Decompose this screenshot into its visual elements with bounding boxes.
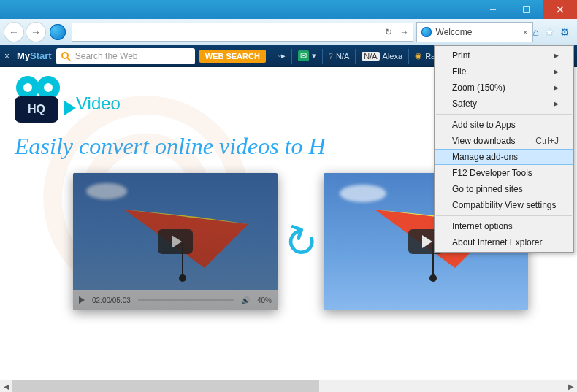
search-icon bbox=[61, 51, 71, 61]
menu-internet-options[interactable]: Internet options bbox=[435, 218, 573, 234]
tab-close-icon[interactable]: × bbox=[523, 28, 527, 36]
menu-about-ie[interactable]: About Internet Explorer bbox=[435, 234, 573, 250]
submenu-arrow-icon: ▶ bbox=[554, 84, 559, 91]
submenu-arrow-icon: ▶ bbox=[554, 52, 559, 59]
svg-point-11 bbox=[179, 274, 186, 282]
seek-bar[interactable] bbox=[138, 299, 234, 301]
svg-line-5 bbox=[67, 58, 70, 61]
close-button[interactable] bbox=[543, 0, 577, 19]
maximize-button[interactable] bbox=[510, 0, 543, 19]
submenu-arrow-icon: ▶ bbox=[554, 100, 559, 107]
minimize-button[interactable] bbox=[476, 0, 510, 19]
home-icon[interactable]: ⌂ bbox=[533, 26, 539, 38]
menu-view-downloads[interactable]: View downloadsCtrl+J bbox=[435, 133, 573, 149]
svg-marker-9 bbox=[124, 210, 248, 224]
shortcut-label: Ctrl+J bbox=[535, 136, 559, 146]
toolbar-close-icon[interactable]: × bbox=[4, 51, 9, 61]
forward-icon: → bbox=[31, 26, 41, 38]
menu-file[interactable]: File▶ bbox=[435, 64, 573, 80]
svg-point-15 bbox=[429, 274, 437, 282]
scroll-left-button[interactable]: ◀ bbox=[0, 380, 12, 393]
tools-gear-icon[interactable]: ⚙ bbox=[560, 26, 570, 38]
menu-compat-view[interactable]: Compatibility View settings bbox=[435, 197, 573, 213]
menu-print[interactable]: Print▶ bbox=[435, 47, 573, 64]
toolbar-separator bbox=[408, 49, 409, 64]
play-icon[interactable] bbox=[158, 229, 193, 254]
svg-rect-1 bbox=[524, 7, 530, 12]
back-button[interactable]: ← bbox=[4, 23, 23, 42]
submenu-arrow-icon: ▶ bbox=[554, 68, 559, 75]
address-bar[interactable]: ↻ → bbox=[72, 23, 413, 42]
scroll-thumb[interactable] bbox=[12, 380, 319, 393]
toolbar-mail-item[interactable]: ✉▾ bbox=[298, 50, 316, 61]
menu-pinned-sites[interactable]: Go to pinned sites bbox=[435, 181, 573, 197]
search-placeholder: Search the Web bbox=[75, 51, 138, 61]
menu-zoom[interactable]: Zoom (150%)▶ bbox=[435, 80, 573, 96]
favorites-icon[interactable]: ★ bbox=[545, 26, 554, 38]
menu-separator bbox=[436, 114, 572, 115]
video-controls[interactable]: 02:00/05:03 🔊 40% bbox=[73, 290, 278, 310]
browser-tab[interactable]: Welcome × bbox=[416, 22, 533, 42]
toolbar-na-1[interactable]: ?N/A bbox=[329, 52, 349, 61]
radio-icon: ◉ bbox=[415, 51, 422, 61]
refresh-icon[interactable]: ↻ bbox=[381, 27, 397, 37]
menu-add-site[interactable]: Add site to Apps bbox=[435, 117, 573, 133]
toolbar-separator bbox=[272, 49, 272, 64]
toolbar-separator bbox=[291, 49, 292, 64]
menu-f12-tools[interactable]: F12 Developer Tools bbox=[435, 165, 573, 181]
horizontal-scrollbar[interactable]: ◀ ▶ bbox=[0, 380, 577, 392]
back-icon: ← bbox=[9, 26, 19, 38]
go-icon[interactable]: → bbox=[397, 27, 413, 37]
toolbar-separator bbox=[322, 49, 323, 64]
play-small-icon[interactable] bbox=[79, 296, 85, 304]
scroll-track[interactable] bbox=[12, 380, 565, 393]
tab-title: Welcome bbox=[436, 27, 473, 37]
browser-toolbar-right: ⌂ ★ ⚙ bbox=[533, 26, 570, 38]
hq-logo-icon: HQ bbox=[15, 82, 67, 126]
browser-tabstrip: ← → ↻ → Welcome × ⌂ ★ ⚙ bbox=[0, 19, 577, 45]
toolbar-speed-item[interactable]: ◦▸ bbox=[278, 51, 286, 61]
address-input[interactable] bbox=[72, 27, 381, 37]
scroll-right-button[interactable]: ▶ bbox=[565, 380, 577, 393]
video-time: 02:00/05:03 bbox=[92, 296, 131, 304]
volume-pct: 40% bbox=[257, 296, 272, 304]
mystart-logo[interactable]: MyStart bbox=[17, 50, 52, 61]
ie-logo-icon bbox=[50, 24, 66, 40]
mail-icon: ✉ bbox=[298, 50, 309, 61]
tools-menu: Print▶ File▶ Zoom (150%)▶ Safety▶ Add si… bbox=[434, 45, 574, 253]
menu-manage-addons[interactable]: Manage add-ons bbox=[435, 149, 573, 165]
window-titlebar bbox=[0, 0, 577, 19]
convert-arrow-icon: ↺ bbox=[276, 213, 324, 269]
toolbar-alexa-item[interactable]: N/AAlexa bbox=[362, 52, 402, 61]
toolbar-search-input[interactable]: Search the Web bbox=[56, 48, 195, 64]
svg-point-4 bbox=[62, 53, 68, 58]
svg-marker-8 bbox=[124, 210, 248, 268]
tab-favicon-icon bbox=[421, 27, 432, 37]
video-before[interactable]: 02:00/05:03 🔊 40% bbox=[73, 173, 278, 310]
volume-icon[interactable]: 🔊 bbox=[241, 296, 250, 304]
web-search-button[interactable]: WEB SEARCH bbox=[199, 50, 266, 63]
menu-separator bbox=[436, 215, 572, 216]
forward-button[interactable]: → bbox=[26, 23, 45, 42]
menu-safety[interactable]: Safety▶ bbox=[435, 96, 573, 112]
video-thumbnail bbox=[73, 173, 278, 310]
toolbar-separator bbox=[355, 49, 356, 64]
